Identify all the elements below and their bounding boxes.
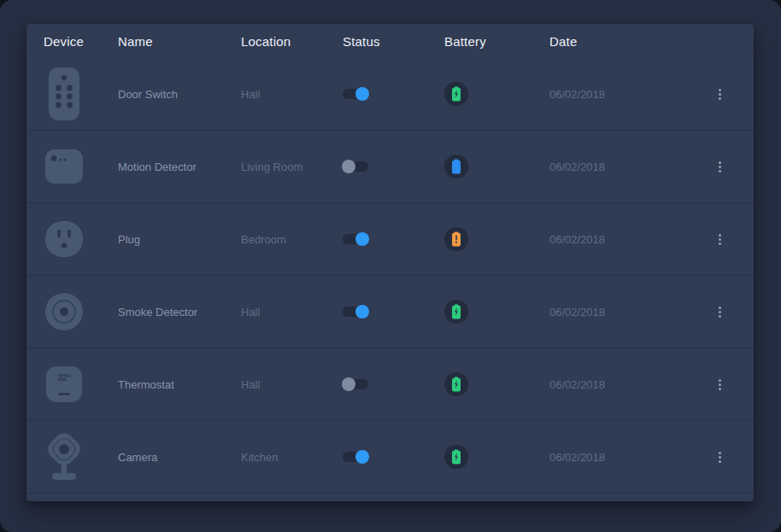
device-location: Hall — [241, 88, 343, 101]
device-name: Smoke Detector — [118, 306, 241, 319]
battery-indicator — [444, 445, 468, 469]
column-header-location: Location — [241, 34, 343, 49]
device-table-panel: Device Name Location Status Battery Date… — [26, 24, 754, 501]
toggle-knob — [355, 450, 369, 464]
device-date: 06/02/2018 — [549, 451, 702, 464]
camera-icon — [44, 427, 85, 487]
device-location: Hall — [241, 306, 343, 319]
device-date: 06/02/2018 — [549, 88, 702, 101]
device-date: 06/02/2018 — [549, 161, 702, 173]
status-toggle[interactable] — [343, 379, 368, 389]
battery-indicator — [444, 227, 468, 251]
device-name: Camera — [118, 451, 241, 464]
column-header-battery: Battery — [444, 34, 549, 49]
toggle-knob — [342, 160, 355, 173]
toggle-knob — [342, 377, 355, 391]
table-row: Camera Kitchen 06/02/2018 — [26, 421, 754, 494]
motion-detector-icon — [44, 137, 85, 196]
device-name: Plug — [118, 233, 241, 246]
app-screen: Device Name Location Status Battery Date… — [0, 0, 781, 532]
battery-indicator — [444, 372, 468, 396]
battery-indicator — [444, 300, 468, 324]
smoke-detector-icon — [44, 282, 85, 342]
table-row: Door Switch Hall 06/02/2018 — [26, 58, 754, 131]
kebab-menu-icon[interactable] — [711, 156, 728, 177]
column-header-device: Device — [44, 34, 118, 49]
device-name: Door Switch — [118, 88, 241, 101]
toggle-knob — [355, 232, 369, 246]
svg-text:32°: 32° — [57, 372, 72, 383]
plug-icon — [44, 209, 85, 269]
column-header-status: Status — [343, 34, 444, 49]
device-location: Living Room — [241, 161, 343, 173]
table-header: Device Name Location Status Battery Date — [26, 24, 754, 58]
kebab-menu-icon[interactable] — [711, 84, 728, 104]
table-row: 32° Thermostat Hall 06/02/2018 — [26, 348, 754, 421]
device-location: Hall — [241, 378, 343, 391]
status-toggle[interactable] — [343, 452, 368, 462]
kebab-menu-icon[interactable] — [711, 229, 728, 249]
table-row: Smoke Detector Hall 06/02/2018 — [26, 276, 754, 348]
device-date: 06/02/2018 — [549, 306, 702, 319]
battery-indicator — [444, 82, 468, 106]
device-date: 06/02/2018 — [549, 378, 702, 391]
column-header-name: Name — [118, 34, 241, 49]
toggle-knob — [355, 305, 369, 319]
status-toggle[interactable] — [343, 234, 368, 244]
battery-indicator — [444, 155, 468, 178]
table-row: Plug Bedroom 06/02/2018 — [26, 203, 754, 276]
kebab-menu-icon[interactable] — [711, 374, 728, 395]
device-location: Bedroom — [241, 233, 343, 246]
status-toggle[interactable] — [343, 307, 368, 317]
column-header-date: Date — [549, 34, 702, 49]
table-body: Door Switch Hall 06/02/2018 Motion Detec… — [26, 58, 754, 494]
device-name: Thermostat — [118, 378, 241, 391]
status-toggle[interactable] — [343, 161, 368, 172]
kebab-menu-icon[interactable] — [711, 301, 728, 322]
thermostat-icon: 32° — [44, 354, 85, 414]
table-row: Motion Detector Living Room 06/02/2018 — [26, 131, 754, 203]
kebab-menu-icon[interactable] — [711, 447, 728, 467]
status-toggle[interactable] — [343, 89, 368, 99]
toggle-knob — [355, 87, 369, 101]
device-name: Motion Detector — [118, 161, 241, 173]
door-switch-icon — [44, 64, 85, 124]
device-date: 06/02/2018 — [549, 233, 702, 246]
device-location: Kitchen — [241, 451, 343, 464]
